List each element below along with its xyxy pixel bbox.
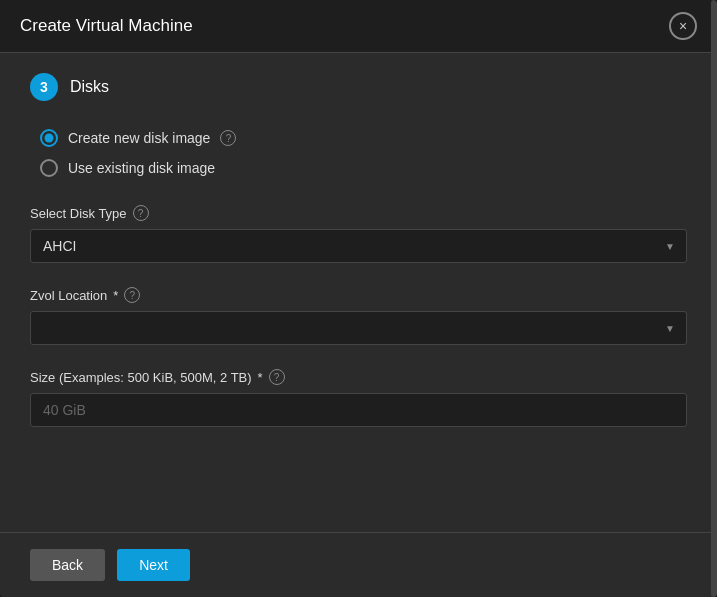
- disk-type-label: Select Disk Type ?: [30, 205, 687, 221]
- step-title: Disks: [70, 78, 109, 96]
- modal-header: Create Virtual Machine ×: [0, 0, 717, 53]
- modal-footer: Back Next: [0, 532, 717, 597]
- zvol-location-group: Zvol Location * ?: [30, 287, 687, 345]
- zvol-location-select[interactable]: [30, 311, 687, 345]
- next-button[interactable]: Next: [117, 549, 190, 581]
- disk-type-help-icon[interactable]: ?: [133, 205, 149, 221]
- size-group: Size (Examples: 500 KiB, 500M, 2 TB) * ?: [30, 369, 687, 427]
- zvol-location-label: Zvol Location * ?: [30, 287, 687, 303]
- zvol-help-icon[interactable]: ?: [124, 287, 140, 303]
- create-new-option[interactable]: Create new disk image ?: [40, 129, 687, 147]
- use-existing-label: Use existing disk image: [68, 160, 215, 176]
- disk-type-group: Select Disk Type ? AHCI VirtIO IDE SATA: [30, 205, 687, 263]
- disk-type-select-wrapper: AHCI VirtIO IDE SATA: [30, 229, 687, 263]
- disk-type-select[interactable]: AHCI VirtIO IDE SATA: [30, 229, 687, 263]
- use-existing-radio[interactable]: [40, 159, 58, 177]
- close-button[interactable]: ×: [669, 12, 697, 40]
- disk-option-group: Create new disk image ? Use existing dis…: [40, 129, 687, 177]
- size-help-icon[interactable]: ?: [269, 369, 285, 385]
- step-header: 3 Disks: [30, 73, 687, 101]
- modal-body: 3 Disks Create new disk image ? Use exis…: [0, 53, 717, 532]
- size-label: Size (Examples: 500 KiB, 500M, 2 TB) * ?: [30, 369, 687, 385]
- size-required-star: *: [258, 370, 263, 385]
- create-new-help-icon[interactable]: ?: [220, 130, 236, 146]
- modal-title: Create Virtual Machine: [20, 16, 193, 36]
- size-input[interactable]: [30, 393, 687, 427]
- step-badge: 3: [30, 73, 58, 101]
- create-vm-modal: Create Virtual Machine × 3 Disks Create …: [0, 0, 717, 597]
- zvol-location-select-wrapper: [30, 311, 687, 345]
- back-button[interactable]: Back: [30, 549, 105, 581]
- create-new-radio[interactable]: [40, 129, 58, 147]
- scrollbar[interactable]: [711, 0, 717, 597]
- use-existing-option[interactable]: Use existing disk image: [40, 159, 687, 177]
- create-new-label: Create new disk image: [68, 130, 210, 146]
- zvol-required-star: *: [113, 288, 118, 303]
